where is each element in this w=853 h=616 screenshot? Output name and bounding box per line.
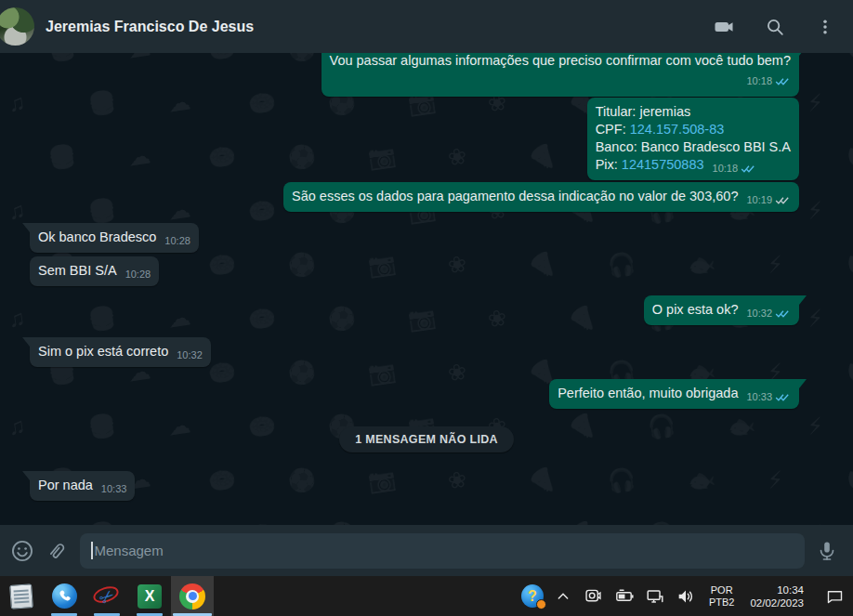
message-text: Por nada (38, 478, 93, 492)
read-ticks-icon (775, 308, 791, 319)
message-time: 10:18 (713, 160, 739, 177)
message-row: O pix esta ok?10:32 (0, 295, 853, 325)
incoming-message[interactable]: Sem BBI S/A10:28 (30, 256, 159, 286)
language-indicator[interactable]: POR PTB2 (705, 584, 739, 609)
network-icon[interactable] (644, 585, 666, 608)
message-text: Perfeito então, muito obrigada (558, 386, 738, 400)
snipping-tool-taskbar-icon[interactable]: ✂ (85, 576, 128, 616)
cpf-link[interactable]: 124.157.508-83 (630, 122, 725, 137)
message-time: 10:33 (101, 480, 127, 498)
message-meta: 10:33 (746, 388, 791, 406)
clock-time: 10:34 (750, 583, 804, 596)
message-time: 10:32 (746, 305, 772, 322)
message-row: Ok banco Bradesco10:28 (0, 223, 853, 253)
attach-paperclip-icon[interactable] (45, 538, 71, 564)
bubble-tail (22, 471, 30, 480)
bubble-tail (22, 337, 30, 347)
message-time: 10:28 (125, 266, 151, 283)
system-tray: ? POR PTB2 10 (521, 576, 853, 616)
outgoing-message[interactable]: São esses os dados para pagamento dessa … (283, 182, 799, 212)
message-time: 10:32 (177, 347, 203, 364)
read-ticks-icon (775, 392, 791, 402)
message-row: Sem BBI S/A10:28 (0, 256, 853, 286)
message-text: Sem BBI S/A (38, 263, 117, 278)
message-meta: 10:32 (177, 347, 203, 364)
help-tray-icon[interactable]: ? (521, 585, 544, 608)
read-ticks-icon (775, 76, 791, 86)
text-caret (91, 542, 93, 559)
message-time: 10:33 (746, 388, 772, 406)
taskbar-apps: ✂ X (0, 576, 214, 616)
notepad-icon (9, 583, 33, 609)
bubble-tail (22, 223, 30, 232)
message-row: Titular: jeremias CPF: 124.157.508-83 Ba… (0, 98, 853, 180)
outgoing-message[interactable]: Perfeito então, muito obrigada10:33 (549, 379, 799, 409)
mic-icon[interactable] (814, 538, 840, 564)
message-time: 10:28 (164, 232, 190, 250)
message-meta: 10:19 (746, 191, 791, 209)
phone-icon (52, 583, 77, 609)
emoji-icon[interactable] (9, 538, 35, 564)
snipping-tool-icon: ✂ (93, 584, 121, 609)
unread-messages-badge[interactable]: 1 MENSAGEM NÃO LIDA (339, 426, 514, 452)
menu-kebab-icon[interactable] (814, 16, 836, 38)
delivered-ticks-icon (775, 195, 791, 205)
detail-line: Titular: jeremias (596, 103, 791, 121)
message-meta: 10:18 (713, 160, 757, 177)
message-input[interactable]: Mensagem (80, 533, 805, 569)
notepad-taskbar-icon[interactable] (0, 576, 43, 616)
pix-link[interactable]: 12415750883 (622, 157, 704, 172)
detail-line: Banco: Banco Bradesco BBI S.A (596, 138, 791, 156)
chat-header: Jeremias Francisco De Jesus (0, 0, 853, 53)
action-center-icon[interactable] (823, 585, 846, 608)
language-line2: PTB2 (709, 596, 735, 609)
message-meta: 10:28 (164, 232, 190, 250)
message-row: Por nada10:33 (0, 471, 853, 501)
contact-avatar[interactable] (0, 7, 34, 46)
clock-date: 02/02/2023 (750, 596, 804, 609)
bubble-tail (799, 379, 807, 388)
message-text: São esses os dados para pagamento dessa … (292, 189, 738, 203)
windows-taskbar: ✂ X ? (0, 576, 853, 616)
chrome-taskbar-icon[interactable] (171, 576, 214, 616)
message-text: Ok banco Bradesco (38, 229, 156, 244)
message-text: O pix esta ok? (652, 302, 739, 317)
message-meta: 10:32 (746, 305, 791, 322)
bubble-tail (799, 295, 807, 305)
detail-line: Pix: 1241575088310:18 (596, 156, 791, 174)
message-row: São esses os dados para pagamento dessa … (0, 182, 853, 212)
help-icon: ? (521, 584, 544, 608)
taskbar-empty-space (214, 576, 521, 616)
excel-icon: X (138, 584, 162, 609)
incoming-message[interactable]: Sim o pix está correto10:32 (30, 337, 211, 367)
message-row: Vou passar algumas informações que preci… (0, 53, 853, 97)
message-meta: 10:28 (125, 266, 151, 283)
message-text: Sim o pix está correto (38, 344, 168, 359)
message-meta: 10:18 (330, 72, 791, 90)
incoming-message[interactable]: Por nada10:33 (30, 471, 135, 501)
meet-now-icon[interactable] (583, 585, 605, 608)
phone-dialer-taskbar-icon[interactable] (43, 576, 85, 616)
message-meta: 10:33 (101, 480, 127, 498)
video-call-icon[interactable] (714, 16, 736, 38)
notification-badge (536, 599, 546, 609)
volume-icon[interactable] (675, 585, 697, 608)
excel-taskbar-icon[interactable]: X (128, 576, 171, 616)
input-placeholder: Mensagem (95, 543, 164, 558)
whatsapp-window: Jeremias Francisco De Jesus ♫🍔☁🍩⚽📷❀🍕🎧🐟⚡🍉… (0, 0, 853, 616)
outgoing-message[interactable]: O pix esta ok?10:32 (644, 295, 799, 325)
message-time: 10:18 (746, 72, 772, 90)
language-line1: POR (709, 584, 735, 596)
contact-name[interactable]: Jeremias Francisco De Jesus (46, 19, 714, 35)
outgoing-message[interactable]: Titular: jeremias CPF: 124.157.508-83 Ba… (587, 98, 799, 180)
search-icon[interactable] (764, 16, 786, 38)
chevron-up-icon[interactable] (552, 585, 574, 608)
message-time: 10:19 (746, 191, 772, 209)
battery-icon[interactable] (613, 585, 636, 608)
outgoing-message[interactable]: Vou passar algumas informações que preci… (322, 53, 799, 97)
message-text: Vou passar algumas informações que preci… (330, 53, 791, 70)
incoming-message[interactable]: Ok banco Bradesco10:28 (30, 223, 199, 253)
chat-message-area: ♫🍔☁🍩⚽📷❀🍕🎧🐟⚡🍉♫🍔☁🍩⚽📷❀🍕🎧🐟⚡🍉♫🍔☁🍩⚽📷❀🍕🎧🐟⚡🍉♫🍔☁🍩… (0, 53, 853, 525)
message-composer: Mensagem (0, 525, 853, 576)
taskbar-clock[interactable]: 10:34 02/02/2023 (746, 583, 807, 609)
